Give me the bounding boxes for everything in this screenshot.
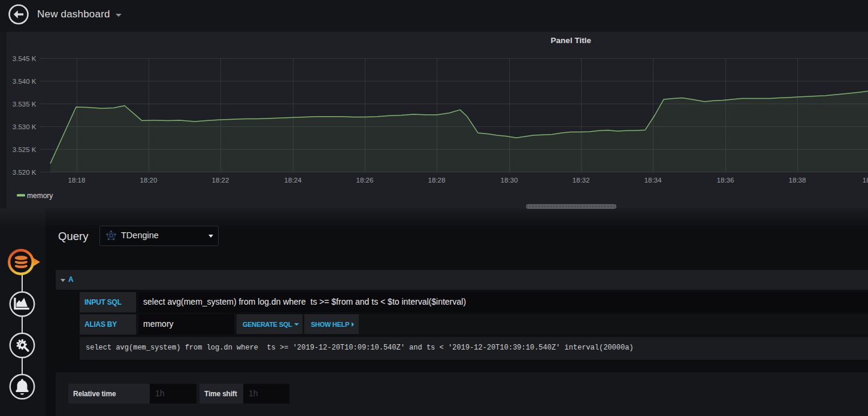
svg-text:18:4: 18:4 [863, 177, 868, 184]
svg-text:18:32: 18:32 [573, 177, 590, 184]
svg-text:18:26: 18:26 [356, 177, 374, 184]
svg-text:18:24: 18:24 [285, 177, 302, 184]
svg-text:3.535 K: 3.535 K [13, 101, 37, 108]
svg-text:18:20: 18:20 [140, 177, 158, 184]
svg-text:3.525 K: 3.525 K [13, 146, 37, 153]
svg-text:18:34: 18:34 [645, 177, 662, 184]
svg-text:18:18: 18:18 [68, 177, 86, 184]
svg-text:18:28: 18:28 [428, 177, 446, 184]
svg-text:3.530 K: 3.530 K [13, 123, 37, 130]
svg-text:18:30: 18:30 [501, 177, 518, 184]
svg-text:3.545 K: 3.545 K [13, 55, 37, 62]
svg-text:3.540 K: 3.540 K [13, 78, 37, 85]
svg-text:18:38: 18:38 [789, 177, 806, 184]
svg-text:3.520 K: 3.520 K [13, 169, 37, 176]
svg-text:18:36: 18:36 [717, 177, 734, 184]
svg-text:memory: memory [27, 192, 53, 200]
svg-text:18:22: 18:22 [212, 177, 229, 184]
